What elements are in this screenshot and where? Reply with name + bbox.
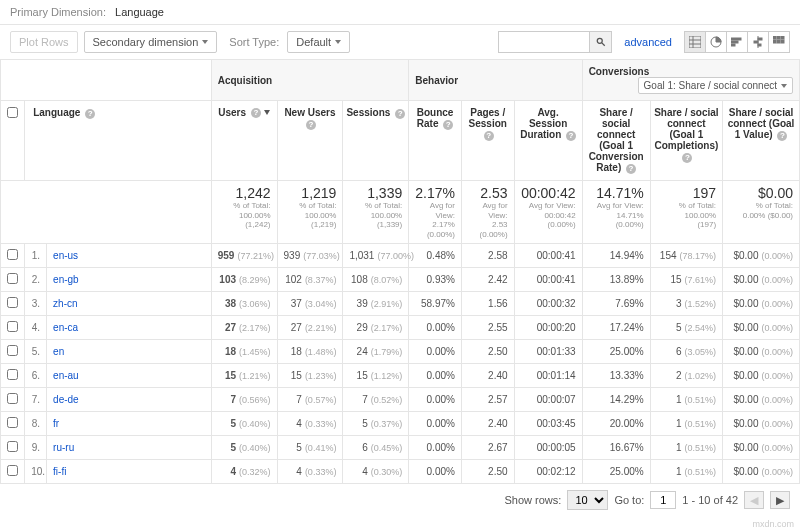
cell-new-users: 102(8.37%) (277, 268, 343, 292)
goal-selector[interactable]: Goal 1: Share / social connect (638, 77, 793, 94)
row-checkbox[interactable] (7, 393, 18, 404)
col-users[interactable]: Users ? (211, 101, 277, 181)
cell-goal-completions: 1(0.51%) (650, 460, 722, 484)
help-icon[interactable]: ? (443, 120, 453, 130)
cell-new-users: 37(3.04%) (277, 292, 343, 316)
col-goal-completions[interactable]: Share / social connect (Goal 1 Completio… (650, 101, 722, 181)
language-link[interactable]: fr (53, 418, 59, 429)
cell-goal-completions: 1(0.51%) (650, 412, 722, 436)
go-to-input[interactable] (650, 491, 676, 509)
secondary-dimension-label: Secondary dimension (93, 36, 199, 48)
row-checkbox[interactable] (7, 273, 18, 284)
row-language[interactable]: de-de (47, 388, 212, 412)
row-language[interactable]: fi-fi (47, 460, 212, 484)
next-page-button[interactable]: ▶ (770, 491, 790, 509)
help-icon[interactable]: ? (484, 131, 494, 141)
comparison-icon (752, 36, 764, 48)
advanced-link[interactable]: advanced (624, 36, 672, 48)
row-checkbox[interactable] (7, 249, 18, 260)
select-all-header[interactable] (1, 101, 25, 181)
search-button[interactable] (589, 32, 611, 52)
cell-bounce: 0.00% (409, 436, 462, 460)
view-comparison-button[interactable] (747, 31, 769, 53)
table-row: 5.en18(1.45%)18(1.48%)24(1.79%)0.00%2.50… (1, 340, 800, 364)
col-goal-rate[interactable]: Share / social connect (Goal 1 Conversio… (582, 101, 650, 181)
help-icon[interactable]: ? (626, 164, 636, 174)
view-table-button[interactable] (684, 31, 706, 53)
row-checkbox-cell[interactable] (1, 412, 25, 436)
row-checkbox[interactable] (7, 297, 18, 308)
bars-icon (731, 36, 743, 48)
view-pivot-button[interactable] (768, 31, 790, 53)
cell-users: 959(77.21%) (211, 244, 277, 268)
col-language[interactable]: Language ? (25, 101, 212, 181)
cell-users: 4(0.32%) (211, 460, 277, 484)
col-new-users[interactable]: New Users ? (277, 101, 343, 181)
row-checkbox-cell[interactable] (1, 244, 25, 268)
row-language[interactable]: en (47, 340, 212, 364)
view-buttons (684, 31, 790, 53)
search-input[interactable] (499, 32, 589, 52)
summary-goal-rate: 14.71%Avg for View:14.71%(0.00%) (582, 181, 650, 244)
language-link[interactable]: en-gb (53, 274, 79, 285)
help-icon[interactable]: ? (566, 131, 576, 141)
language-link[interactable]: en-us (53, 250, 78, 261)
row-language[interactable]: en-gb (47, 268, 212, 292)
row-language[interactable]: en-us (47, 244, 212, 268)
row-checkbox[interactable] (7, 441, 18, 452)
row-checkbox[interactable] (7, 417, 18, 428)
row-language[interactable]: en-ca (47, 316, 212, 340)
svg-line-1 (601, 43, 604, 46)
cell-goal-completions: 1(0.51%) (650, 436, 722, 460)
language-link[interactable]: en (53, 346, 64, 357)
help-icon[interactable]: ? (682, 153, 692, 163)
language-link[interactable]: ru-ru (53, 442, 74, 453)
primary-dimension-value[interactable]: Language (115, 6, 164, 18)
help-icon[interactable]: ? (395, 109, 405, 119)
row-checkbox-cell[interactable] (1, 340, 25, 364)
prev-page-button[interactable]: ◀ (744, 491, 764, 509)
help-icon[interactable]: ? (306, 120, 316, 130)
col-bounce-rate[interactable]: Bounce Rate ? (409, 101, 462, 181)
svg-rect-7 (731, 38, 741, 40)
language-link[interactable]: zh-cn (53, 298, 77, 309)
help-icon[interactable]: ? (85, 109, 95, 119)
col-avg-duration[interactable]: Avg. Session Duration ? (514, 101, 582, 181)
svg-rect-8 (731, 41, 738, 43)
row-checkbox-cell[interactable] (1, 460, 25, 484)
row-checkbox-cell[interactable] (1, 436, 25, 460)
col-sessions[interactable]: Sessions ? (343, 101, 409, 181)
row-checkbox-cell[interactable] (1, 292, 25, 316)
cell-bounce: 58.97% (409, 292, 462, 316)
rows-select[interactable]: 10 (567, 490, 608, 510)
row-language[interactable]: fr (47, 412, 212, 436)
view-percentage-button[interactable] (705, 31, 727, 53)
language-link[interactable]: fi-fi (53, 466, 66, 477)
select-all-checkbox[interactable] (7, 107, 18, 118)
language-link[interactable]: en-au (53, 370, 79, 381)
help-icon[interactable]: ? (777, 131, 787, 141)
cell-bounce: 0.00% (409, 340, 462, 364)
row-checkbox[interactable] (7, 369, 18, 380)
col-pages-session[interactable]: Pages / Session ? (461, 101, 514, 181)
col-goal-value[interactable]: Share / social connect (Goal 1 Value) ? (723, 101, 800, 181)
cell-goal-rate: 17.24% (582, 316, 650, 340)
language-link[interactable]: en-ca (53, 322, 78, 333)
row-checkbox[interactable] (7, 345, 18, 356)
view-performance-button[interactable] (726, 31, 748, 53)
summary-goal-value: $0.00% of Total:0.00% ($0.00) (723, 181, 800, 244)
row-checkbox-cell[interactable] (1, 268, 25, 292)
help-icon[interactable]: ? (251, 108, 261, 118)
cell-bounce: 0.00% (409, 316, 462, 340)
row-language[interactable]: zh-cn (47, 292, 212, 316)
row-checkbox-cell[interactable] (1, 316, 25, 340)
row-language[interactable]: en-au (47, 364, 212, 388)
row-checkbox[interactable] (7, 465, 18, 476)
language-link[interactable]: de-de (53, 394, 79, 405)
row-language[interactable]: ru-ru (47, 436, 212, 460)
row-checkbox[interactable] (7, 321, 18, 332)
row-checkbox-cell[interactable] (1, 388, 25, 412)
secondary-dimension-button[interactable]: Secondary dimension (84, 31, 218, 53)
row-checkbox-cell[interactable] (1, 364, 25, 388)
sort-type-button[interactable]: Default (287, 31, 350, 53)
